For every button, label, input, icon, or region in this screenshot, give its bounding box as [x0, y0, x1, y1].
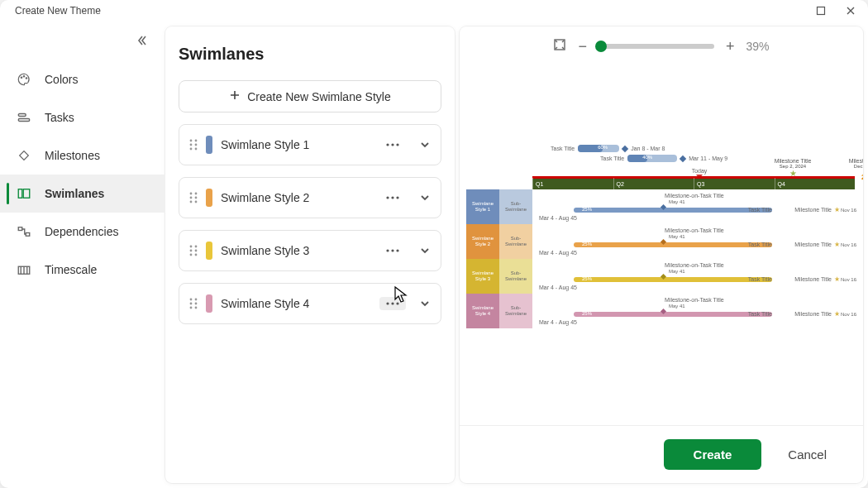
lane-sublabel: Sub-Swimlane: [499, 189, 532, 224]
svg-point-33: [195, 250, 198, 252]
tasks-icon: [17, 110, 31, 125]
chevron-down-icon[interactable]: [419, 298, 431, 309]
preview-lane: Swimlane Style 3 Sub-Swimlane Mar 4 - Au…: [466, 259, 855, 294]
milestone-label: Milestone Title Dec 8, 2024 ★: [838, 158, 863, 178]
sidebar-item-label: Milestones: [45, 149, 100, 162]
svg-point-38: [396, 249, 398, 251]
palette-icon: [17, 72, 31, 87]
swimlane-style-card[interactable]: Swimlane Style 3: [179, 230, 441, 271]
drag-handle-icon[interactable]: [189, 297, 198, 310]
preview-lane: Swimlane Style 1 Sub-Swimlane Mar 4 - Au…: [466, 189, 855, 224]
style-swatch: [206, 189, 212, 207]
svg-point-16: [190, 148, 193, 151]
svg-point-32: [190, 250, 193, 252]
fit-to-screen-icon[interactable]: [553, 38, 566, 54]
lane-label: Swimlane Style 2: [466, 224, 499, 259]
svg-point-34: [190, 254, 193, 256]
svg-point-40: [195, 299, 198, 301]
drag-handle-icon[interactable]: [189, 244, 198, 257]
sidebar-item-tasks[interactable]: Tasks: [0, 98, 165, 136]
style-swatch: [206, 242, 212, 260]
task-date: Jan 8 - Mar 8: [631, 146, 665, 151]
quarter-cell: Q2: [613, 178, 694, 189]
sidebar-item-colors[interactable]: Colors: [0, 60, 165, 98]
svg-point-28: [391, 196, 393, 199]
svg-point-20: [396, 143, 398, 146]
swimlane-style-card[interactable]: Swimlane Style 1: [179, 124, 441, 165]
svg-point-23: [190, 197, 193, 199]
task-pct: 40%: [642, 155, 652, 160]
svg-point-21: [190, 193, 193, 195]
quarter-cell: Q1: [532, 178, 613, 189]
svg-rect-7: [18, 189, 22, 199]
svg-rect-4: [18, 114, 26, 117]
svg-point-24: [195, 197, 198, 199]
preview-pane: − + 39% Task Title 60%: [460, 26, 863, 483]
dialog-footer: Create Cancel: [460, 425, 863, 483]
lane-bar: [574, 208, 772, 213]
svg-point-1: [21, 77, 22, 79]
create-swimlane-style-label: Create New Swimlane Style: [247, 90, 391, 103]
more-options-icon[interactable]: [379, 138, 406, 151]
sidebar-item-label: Swimlanes: [45, 187, 104, 200]
swimlane-style-card[interactable]: Swimlane Style 4: [179, 283, 441, 324]
zoom-percent: 39%: [746, 40, 770, 53]
zoom-out-icon[interactable]: −: [578, 39, 587, 54]
more-options-icon[interactable]: [379, 191, 406, 204]
style-name: Swimlane Style 3: [221, 244, 371, 257]
window-title: Create New Theme: [15, 5, 101, 17]
swimlanes-panel: Swimlanes Create New Swimlane Style Swim…: [165, 26, 455, 483]
svg-point-41: [190, 303, 193, 305]
svg-point-26: [195, 201, 198, 203]
style-name: Swimlane Style 2: [221, 191, 371, 204]
svg-point-25: [190, 201, 193, 203]
dependencies-icon: [17, 224, 31, 239]
milestone-label: Milestone Title Sep 2, 2024 ★: [764, 158, 822, 178]
lane-label: Swimlane Style 3: [466, 259, 499, 294]
zoom-in-icon[interactable]: +: [726, 39, 735, 54]
collapse-sidebar-icon[interactable]: [136, 35, 147, 49]
chevron-down-icon[interactable]: [419, 245, 431, 256]
zoom-thumb[interactable]: [595, 41, 607, 52]
task-label: Task Title: [551, 146, 575, 151]
svg-point-19: [391, 143, 393, 146]
sidebar-item-milestones[interactable]: Milestones: [0, 136, 165, 175]
style-swatch: [206, 136, 212, 154]
sidebar-item-label: Tasks: [45, 111, 74, 124]
svg-point-35: [195, 254, 198, 256]
sidebar-item-dependencies[interactable]: Dependencies: [0, 213, 165, 251]
svg-point-37: [391, 249, 393, 251]
milestone-icon: [17, 148, 31, 163]
lane-milestone-task: Milestone-on-Task Title: [665, 193, 724, 199]
cancel-button[interactable]: Cancel: [778, 439, 837, 470]
svg-point-46: [391, 302, 393, 304]
chevron-down-icon[interactable]: [419, 139, 431, 151]
svg-point-17: [195, 148, 198, 151]
maximize-button[interactable]: [815, 5, 827, 17]
close-button[interactable]: [845, 5, 856, 17]
create-button[interactable]: Create: [664, 439, 762, 470]
drag-handle-icon[interactable]: [189, 191, 198, 204]
svg-rect-9: [18, 227, 22, 231]
drag-handle-icon[interactable]: [189, 138, 198, 151]
lane-sublabel: Sub-Swimlane: [499, 259, 532, 294]
swimlane-style-card[interactable]: Swimlane Style 2: [179, 177, 441, 218]
create-swimlane-style-button[interactable]: Create New Swimlane Style: [179, 80, 441, 112]
lane-right-label: Task Title: [748, 207, 772, 213]
more-options-icon[interactable]: [379, 244, 406, 257]
sidebar-item-timescale[interactable]: Timescale: [0, 251, 165, 289]
sidebar-item-swimlanes[interactable]: Swimlanes: [0, 175, 165, 213]
chevron-down-icon[interactable]: [419, 192, 431, 203]
zoom-slider[interactable]: [599, 44, 714, 49]
svg-point-45: [386, 302, 389, 304]
svg-point-2: [23, 76, 25, 78]
style-swatch: [206, 294, 212, 313]
svg-rect-0: [818, 7, 825, 15]
lane-sublabel: Sub-Swimlane: [499, 224, 532, 259]
svg-point-42: [195, 303, 198, 305]
task-pct: 60%: [598, 145, 608, 150]
svg-point-47: [396, 302, 398, 304]
more-options-icon[interactable]: [379, 297, 406, 310]
svg-point-12: [190, 140, 193, 142]
lane-sublabel: Sub-Swimlane: [499, 294, 532, 328]
